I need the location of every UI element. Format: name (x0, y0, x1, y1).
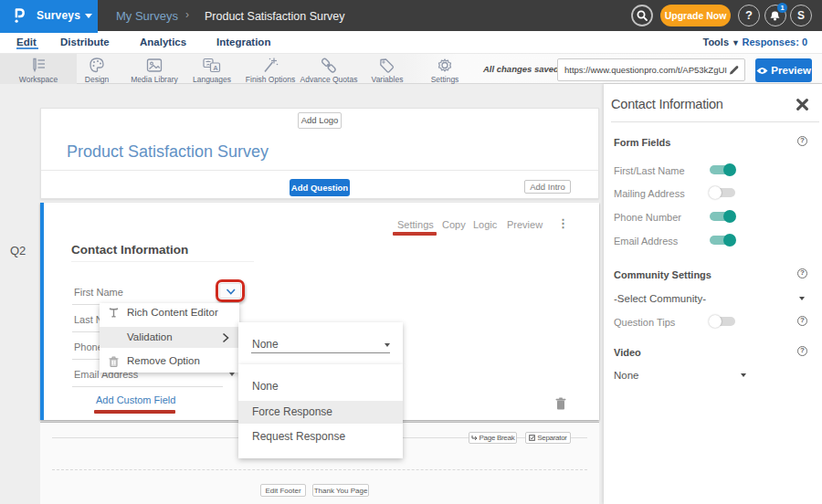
svg-text:A: A (213, 64, 218, 72)
